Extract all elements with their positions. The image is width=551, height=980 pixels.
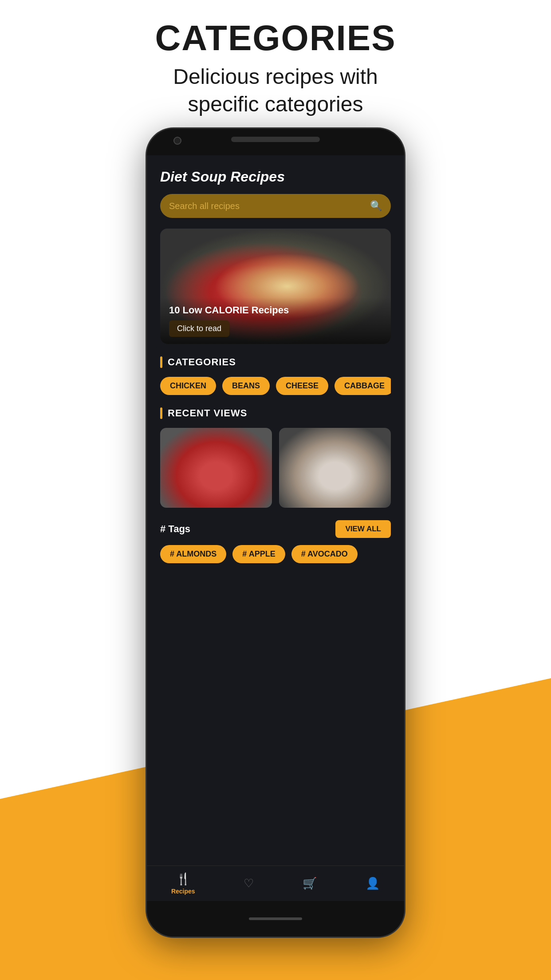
nav-item-cart[interactable]: 🛒 — [303, 877, 317, 890]
page-header: CATEGORIES Delicious recipes withspecifi… — [0, 18, 551, 119]
nav-recipes-label: Recipes — [171, 888, 195, 895]
profile-icon: 👤 — [366, 877, 380, 890]
page-subtitle: Delicious recipes withspecific categorie… — [0, 63, 551, 119]
heart-icon: ♡ — [244, 877, 254, 890]
recent-views-heading: RECENT VIEWS — [160, 407, 391, 419]
phone-screen: Diet Soup Recipes Search all recipes 🔍 1… — [147, 155, 404, 901]
recent-card-1-image — [160, 428, 272, 508]
app-content: Diet Soup Recipes Search all recipes 🔍 1… — [147, 155, 404, 901]
app-title: Diet Soup Recipes — [160, 169, 391, 185]
featured-card[interactable]: 10 Low CALORIE Recipes Click to read — [160, 229, 391, 344]
nav-item-recipes[interactable]: 🍴 Recipes — [171, 872, 195, 895]
tags-row: # ALMONDS # APPLE # AVOCADO — [160, 545, 391, 563]
category-chip-beans[interactable]: BEANS — [222, 377, 270, 395]
phone-top-bar — [147, 129, 404, 155]
featured-overlay: 10 Low CALORIE Recipes Click to read — [160, 297, 391, 344]
phone-shell: Diet Soup Recipes Search all recipes 🔍 1… — [147, 129, 404, 937]
phone-bottom-bar — [147, 901, 404, 937]
tags-section-label: # Tags — [160, 523, 190, 535]
section-bar-recent-icon — [160, 407, 162, 419]
cart-icon: 🛒 — [303, 877, 317, 890]
featured-title: 10 Low CALORIE Recipes — [169, 304, 382, 316]
categories-heading: CATEGORIES — [160, 356, 391, 368]
home-indicator — [249, 917, 302, 920]
nav-item-profile[interactable]: 👤 — [366, 877, 380, 890]
recent-card-2-image — [279, 428, 391, 508]
recent-views-row — [160, 428, 391, 508]
search-bar[interactable]: Search all recipes 🔍 — [160, 194, 391, 218]
page-title: CATEGORIES — [0, 18, 551, 59]
category-chip-cabbage[interactable]: CABBAGE — [335, 377, 391, 395]
nav-item-favorites[interactable]: ♡ — [244, 877, 254, 890]
tag-chip-almonds[interactable]: # ALMONDS — [160, 545, 226, 563]
tag-chip-apple[interactable]: # APPLE — [232, 545, 285, 563]
recipes-icon: 🍴 — [176, 872, 190, 886]
featured-cta-button[interactable]: Click to read — [169, 320, 229, 337]
phone-notch — [231, 137, 320, 142]
bottom-nav: 🍴 Recipes ♡ 🛒 👤 — [147, 865, 404, 901]
search-icon[interactable]: 🔍 — [370, 200, 382, 212]
section-bar-icon — [160, 356, 162, 368]
search-input[interactable]: Search all recipes — [169, 201, 370, 211]
categories-section-label: CATEGORIES — [168, 356, 236, 368]
phone-camera — [173, 137, 181, 145]
categories-row: CHICKEN BEANS CHEESE CABBAGE CAF — [160, 377, 391, 395]
category-chip-cheese[interactable]: CHEESE — [276, 377, 328, 395]
tags-header: # Tags VIEW ALL — [160, 520, 391, 538]
category-chip-chicken[interactable]: CHICKEN — [160, 377, 216, 395]
tags-view-all-button[interactable]: VIEW ALL — [335, 520, 391, 538]
recent-views-section-label: RECENT VIEWS — [168, 407, 247, 419]
recent-card-2[interactable] — [279, 428, 391, 508]
tag-chip-avocado[interactable]: # AVOCADO — [291, 545, 358, 563]
recent-card-1[interactable] — [160, 428, 272, 508]
